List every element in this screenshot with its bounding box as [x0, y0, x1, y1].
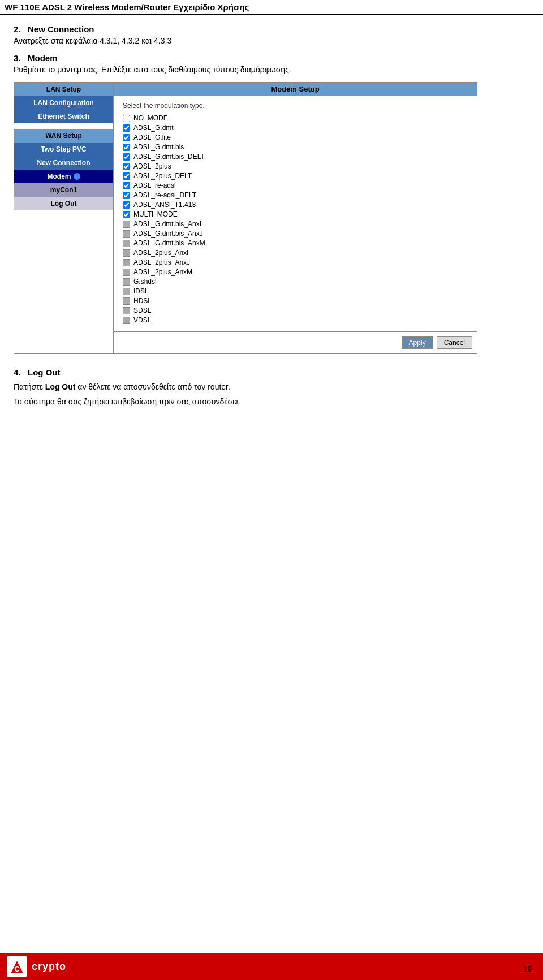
checkbox-label-4: ADSL_G.dmt.bis_DELT [133, 153, 205, 161]
gray-checkbox-19 [123, 297, 130, 305]
sidebar-item-mycon1[interactable]: myCon1 [14, 183, 113, 197]
checkbox-input-8[interactable] [123, 192, 130, 199]
checkbox-label-20: SDSL [133, 306, 151, 314]
gray-checkbox-21 [123, 317, 130, 324]
gray-checkbox-12 [123, 230, 130, 238]
checkbox-label-18: IDSL [133, 287, 149, 295]
checkbox-item-7[interactable]: ADSL_re-adsl [123, 182, 468, 189]
checkbox-item-10[interactable]: MULTI_MODE [123, 210, 468, 218]
checkbox-input-9[interactable] [123, 201, 130, 209]
checkbox-label-6: ADSL_2plus_DELT [133, 172, 192, 180]
ui-panel: LAN Setup LAN Configuration Ethernet Swi… [14, 82, 477, 354]
sidebar: LAN Setup LAN Configuration Ethernet Swi… [14, 83, 113, 353]
checkbox-input-4[interactable] [123, 153, 130, 161]
checkbox-item-16[interactable]: ADSL_2plus_AnxM [123, 268, 468, 276]
checkbox-input-6[interactable] [123, 172, 130, 180]
checkbox-item-15[interactable]: ADSL_2plus_AnxJ [123, 258, 468, 266]
checkbox-label-10: MULTI_MODE [133, 210, 178, 218]
footer-logo: C crypto [7, 956, 66, 977]
checkbox-item-18[interactable]: IDSL [123, 287, 468, 295]
main-panel: Modem Setup Select the modulation type. … [113, 83, 477, 353]
select-modulation-text: Select the modulation type. [123, 102, 468, 110]
checkbox-label-12: ADSL_G.dmt.bis_AnxJ [133, 230, 203, 238]
section-2: 2. New Connection Ανατρέξτε στα κεφάλαια… [14, 24, 529, 45]
gray-checkbox-16 [123, 269, 130, 276]
apply-button[interactable]: Apply [402, 336, 433, 349]
checkbox-input-5[interactable] [123, 163, 130, 170]
gray-checkbox-17 [123, 278, 130, 286]
checkbox-label-5: ADSL_2plus [133, 162, 171, 170]
checkbox-item-14[interactable]: ADSL_2plus_AnxI [123, 249, 468, 257]
checkbox-label-14: ADSL_2plus_AnxI [133, 249, 188, 257]
checkbox-item-20[interactable]: SDSL [123, 306, 468, 314]
checkbox-label-17: G.shdsl [133, 278, 157, 286]
checkbox-item-11[interactable]: ADSL_G.dmt.bis_AnxI [123, 220, 468, 228]
page-header: WF 110E ADSL 2 Wireless Modem/Router Εγχ… [0, 0, 543, 15]
checkbox-label-7: ADSL_re-adsl [133, 182, 176, 189]
footer-logo-text: crypto [32, 961, 66, 973]
footer-bar: C crypto [0, 953, 543, 980]
checkbox-item-2[interactable]: ADSL_G.lite [123, 133, 468, 141]
checkbox-label-11: ADSL_G.dmt.bis_AnxI [133, 220, 201, 228]
checkbox-input-10[interactable] [123, 211, 130, 218]
checkbox-item-13[interactable]: ADSL_G.dmt.bis_AnxM [123, 239, 468, 247]
sidebar-item-lan-setup[interactable]: LAN Setup [14, 83, 113, 96]
checkbox-label-2: ADSL_G.lite [133, 133, 171, 141]
section-3-body: Ρυθμίστε το μόντεμ σας. Επιλέξτε από του… [14, 65, 529, 74]
page-number: 19 [524, 965, 532, 973]
main-panel-body: Select the modulation type. NO_MODEADSL_… [114, 96, 477, 331]
checkbox-item-0[interactable]: NO_MODE [123, 114, 468, 122]
cancel-button[interactable]: Cancel [437, 336, 472, 349]
checkbox-item-6[interactable]: ADSL_2plus_DELT [123, 172, 468, 180]
checkbox-label-3: ADSL_G.dmt.bis [133, 143, 184, 151]
log-out-bold: Log Out [45, 382, 76, 391]
checkbox-item-8[interactable]: ADSL_re-adsl_DELT [123, 191, 468, 199]
checkbox-input-7[interactable] [123, 182, 130, 189]
section-4: 4. Log Out Πατήστε Log Out αν θέλετε να … [14, 368, 529, 408]
section-4-body1: Πατήστε Log Out αν θέλετε να αποσυνδεθεί… [14, 381, 529, 393]
checkbox-label-9: ADSL_ANSI_T1.413 [133, 201, 196, 209]
gray-checkbox-13 [123, 240, 130, 247]
section-4-body2: Το σύστημα θα σας ζητήσει επιβεβαίωση πρ… [14, 395, 529, 408]
sidebar-item-logout[interactable]: Log Out [14, 197, 113, 210]
svg-text:C: C [14, 965, 20, 973]
checkbox-item-12[interactable]: ADSL_G.dmt.bis_AnxJ [123, 230, 468, 238]
gray-checkbox-15 [123, 259, 130, 266]
checkbox-label-19: HDSL [133, 297, 152, 305]
checkbox-label-8: ADSL_re-adsl_DELT [133, 191, 196, 199]
section-4-title: 4. Log Out [14, 368, 529, 377]
modem-status-icon [74, 173, 80, 180]
checkbox-input-0[interactable] [123, 115, 130, 122]
checkbox-label-13: ADSL_G.dmt.bis_AnxM [133, 239, 205, 247]
main-panel-footer: Apply Cancel [114, 331, 477, 353]
checkbox-item-17[interactable]: G.shdsl [123, 278, 468, 286]
checkbox-item-3[interactable]: ADSL_G.dmt.bis [123, 143, 468, 151]
section-3-title: 3. Modem [14, 53, 529, 63]
sidebar-item-modem[interactable]: Modem [14, 170, 113, 183]
checkbox-item-1[interactable]: ADSL_G.dmt [123, 124, 468, 132]
gray-checkbox-18 [123, 288, 130, 295]
crypto-logo-icon: C [7, 956, 27, 977]
page-content: 2. New Connection Ανατρέξτε στα κεφάλαια… [0, 15, 543, 420]
checkbox-input-1[interactable] [123, 124, 130, 132]
section-2-title: 2. New Connection [14, 24, 529, 34]
checkbox-item-21[interactable]: VDSL [123, 316, 468, 324]
checkbox-item-9[interactable]: ADSL_ANSI_T1.413 [123, 201, 468, 209]
checkbox-label-21: VDSL [133, 316, 151, 324]
main-panel-header: Modem Setup [114, 83, 477, 96]
checkbox-input-3[interactable] [123, 144, 130, 151]
sidebar-item-ethernet-switch[interactable]: Ethernet Switch [14, 110, 113, 123]
page-title: WF 110E ADSL 2 Wireless Modem/Router Εγχ… [5, 2, 249, 12]
gray-checkbox-11 [123, 221, 130, 228]
checkbox-item-19[interactable]: HDSL [123, 297, 468, 305]
checkbox-item-4[interactable]: ADSL_G.dmt.bis_DELT [123, 153, 468, 161]
checkbox-item-5[interactable]: ADSL_2plus [123, 162, 468, 170]
checkbox-label-15: ADSL_2plus_AnxJ [133, 258, 190, 266]
sidebar-item-new-connection[interactable]: New Connection [14, 156, 113, 170]
sidebar-item-two-step-pvc[interactable]: Two Step PVC [14, 143, 113, 156]
sidebar-item-wan-setup[interactable]: WAN Setup [14, 129, 113, 143]
checkbox-label-0: NO_MODE [133, 114, 168, 122]
modulation-checkbox-list: NO_MODEADSL_G.dmtADSL_G.liteADSL_G.dmt.b… [123, 114, 468, 324]
sidebar-item-lan-config[interactable]: LAN Configuration [14, 96, 113, 110]
checkbox-input-2[interactable] [123, 134, 130, 141]
